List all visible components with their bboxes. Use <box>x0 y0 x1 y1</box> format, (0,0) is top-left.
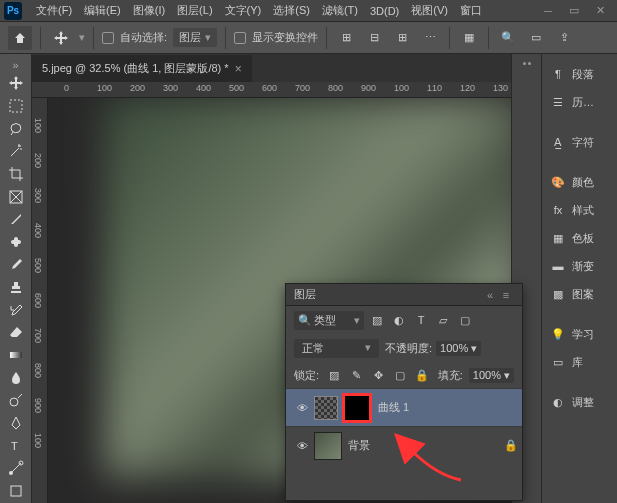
blend-mode-dropdown[interactable]: 正常▾ <box>294 339 379 358</box>
panel-styles[interactable]: fx样式 <box>542 196 617 224</box>
filter-pixel-icon[interactable]: ▨ <box>368 311 386 329</box>
svg-rect-9 <box>11 486 21 496</box>
align-left-icon[interactable]: ⊞ <box>335 27 357 49</box>
panel-patterns[interactable]: ▩图案 <box>542 280 617 308</box>
fill-value[interactable]: 100% ▾ <box>469 368 514 383</box>
menu-image[interactable]: 图像(I) <box>127 3 171 18</box>
ruler-vertical[interactable]: 100200300400500600700800900100 <box>32 98 48 503</box>
filter-smart-icon[interactable]: ▢ <box>456 311 474 329</box>
layer-name[interactable]: 曲线 1 <box>378 400 518 415</box>
lock-artboard-icon[interactable]: ▢ <box>391 366 409 384</box>
panel-swatches[interactable]: ▦色板 <box>542 224 617 252</box>
svg-text:T: T <box>11 440 18 452</box>
tab-close-icon[interactable]: × <box>235 62 242 76</box>
lock-position-icon[interactable]: ✥ <box>369 366 387 384</box>
crop-tool[interactable] <box>2 164 30 185</box>
stamp-tool[interactable] <box>2 277 30 298</box>
fill-label: 填充: <box>438 368 463 383</box>
panel-history[interactable]: ☰历… <box>542 88 617 116</box>
panel-character[interactable]: A̲字符 <box>542 128 617 156</box>
layer-thumbnail[interactable] <box>314 432 342 460</box>
layers-panel-title[interactable]: 图层 <box>294 287 482 302</box>
gradient-tool[interactable] <box>2 345 30 366</box>
patterns-icon: ▩ <box>550 286 566 302</box>
menu-3d[interactable]: 3D(D) <box>364 5 405 17</box>
menubar: Ps 文件(F) 编辑(E) 图像(I) 图层(L) 文字(Y) 选择(S) 滤… <box>0 0 617 22</box>
wand-tool[interactable] <box>2 141 30 162</box>
menu-select[interactable]: 选择(S) <box>267 3 316 18</box>
frame-tool[interactable] <box>2 186 30 207</box>
history-brush-tool[interactable] <box>2 299 30 320</box>
visibility-icon[interactable]: 👁 <box>290 402 314 414</box>
menu-layer[interactable]: 图层(L) <box>171 3 218 18</box>
lock-transparency-icon[interactable]: ▨ <box>325 366 343 384</box>
layer-mask-thumbnail[interactable] <box>342 393 372 423</box>
panel-adjustments[interactable]: ◐调整 <box>542 388 617 416</box>
blur-tool[interactable] <box>2 367 30 388</box>
move-tool[interactable] <box>2 73 30 94</box>
svg-point-5 <box>10 398 18 406</box>
panel-gradients[interactable]: ▬渐变 <box>542 252 617 280</box>
maximize-icon[interactable]: ▭ <box>561 0 587 22</box>
menu-view[interactable]: 视图(V) <box>405 3 454 18</box>
layer-filter-dropdown[interactable]: 🔍类型▾ <box>294 311 364 330</box>
svg-rect-3 <box>14 237 18 247</box>
eraser-tool[interactable] <box>2 322 30 343</box>
opacity-label: 不透明度: <box>385 341 432 356</box>
menu-filter[interactable]: 滤镜(T) <box>316 3 364 18</box>
document-tab[interactable]: 5.jpeg @ 32.5% (曲线 1, 图层蒙版/8) * × <box>32 55 252 82</box>
home-icon[interactable] <box>8 26 32 50</box>
toolbox: » T <box>0 54 32 503</box>
menu-edit[interactable]: 编辑(E) <box>78 3 127 18</box>
lock-label: 锁定: <box>294 368 319 383</box>
3d-mode-icon[interactable]: ▦ <box>458 27 480 49</box>
panel-learn[interactable]: 💡学习 <box>542 320 617 348</box>
autoselect-target-dropdown[interactable]: 图层▾ <box>173 28 217 47</box>
filter-shape-icon[interactable]: ▱ <box>434 311 452 329</box>
lock-paint-icon[interactable]: ✎ <box>347 366 365 384</box>
close-icon[interactable]: ✕ <box>587 0 613 22</box>
more-icon[interactable]: ⋯ <box>419 27 441 49</box>
filter-adjustment-icon[interactable]: ◐ <box>390 311 408 329</box>
panel-collapse-icon[interactable]: « <box>482 289 498 301</box>
healing-tool[interactable] <box>2 232 30 253</box>
minimize-icon[interactable]: ─ <box>535 0 561 22</box>
menu-window[interactable]: 窗口 <box>454 3 488 18</box>
path-tool[interactable] <box>2 458 30 479</box>
filter-type-icon[interactable]: T <box>412 311 430 329</box>
dodge-tool[interactable] <box>2 390 30 411</box>
eyedropper-tool[interactable] <box>2 209 30 230</box>
visibility-icon[interactable]: 👁 <box>290 440 314 452</box>
marquee-tool[interactable] <box>2 96 30 117</box>
layer-row[interactable]: 👁 曲线 1 <box>286 388 522 426</box>
toolbox-expand-icon[interactable]: » <box>2 58 30 71</box>
search-icon[interactable]: 🔍 <box>497 27 519 49</box>
pen-tool[interactable] <box>2 413 30 434</box>
type-tool[interactable]: T <box>2 435 30 456</box>
lock-all-icon[interactable]: 🔒 <box>413 366 431 384</box>
frame-icon[interactable]: ▭ <box>525 27 547 49</box>
svg-rect-0 <box>10 100 22 112</box>
panel-paragraph[interactable]: ¶段落 <box>542 60 617 88</box>
shape-tool[interactable] <box>2 480 30 501</box>
layer-name[interactable]: 背景 <box>348 438 504 453</box>
brush-tool[interactable] <box>2 254 30 275</box>
styles-icon: fx <box>550 202 566 218</box>
menu-file[interactable]: 文件(F) <box>30 3 78 18</box>
autoselect-checkbox[interactable] <box>102 32 114 44</box>
panel-color[interactable]: 🎨颜色 <box>542 168 617 196</box>
move-tool-icon[interactable] <box>49 26 73 50</box>
ruler-horizontal[interactable]: 0100200300400500600700800900100110120130 <box>32 82 511 98</box>
panel-menu-icon[interactable]: ≡ <box>498 289 514 301</box>
menu-type[interactable]: 文字(Y) <box>219 3 268 18</box>
align-right-icon[interactable]: ⊞ <box>391 27 413 49</box>
adjustment-thumbnail[interactable] <box>314 396 338 420</box>
layer-row[interactable]: 👁 背景 🔒 <box>286 426 522 464</box>
opacity-value[interactable]: 100% ▾ <box>436 341 481 356</box>
gradients-icon: ▬ <box>550 258 566 274</box>
lasso-tool[interactable] <box>2 118 30 139</box>
align-center-icon[interactable]: ⊟ <box>363 27 385 49</box>
panel-libraries[interactable]: ▭库 <box>542 348 617 376</box>
share-icon[interactable]: ⇪ <box>553 27 575 49</box>
transform-checkbox[interactable] <box>234 32 246 44</box>
